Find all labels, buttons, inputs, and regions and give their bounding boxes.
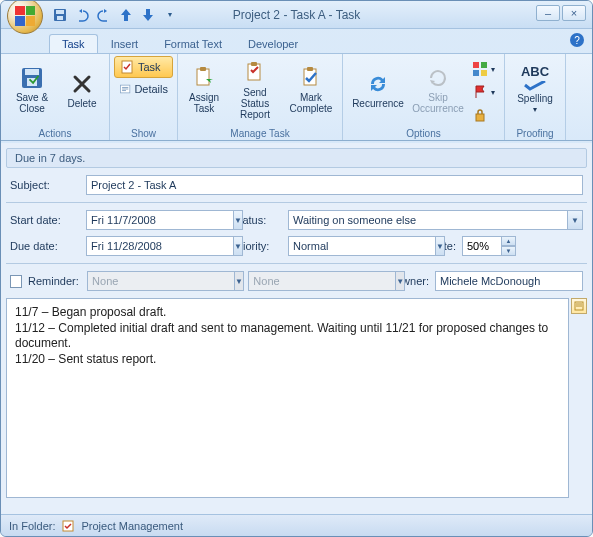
tab-format-text[interactable]: Format Text — [151, 34, 235, 53]
recurrence-button[interactable]: Recurrence — [347, 56, 409, 124]
svg-rect-20 — [481, 70, 487, 76]
save-icon[interactable] — [51, 6, 69, 24]
reminder-label: Reminder: — [28, 275, 81, 287]
svg-rect-17 — [473, 62, 479, 68]
form-body: Due in 7 days. Subject: Start date: ▼ St… — [1, 143, 592, 514]
delete-icon — [70, 72, 94, 96]
notes-textarea[interactable]: 11/7 – Began proposal draft. 11/12 – Com… — [6, 298, 569, 498]
start-date-input[interactable]: ▼ — [86, 210, 206, 230]
categorize-icon — [472, 61, 488, 77]
subject-input[interactable] — [86, 175, 583, 195]
tab-developer[interactable]: Developer — [235, 34, 311, 53]
svg-rect-2 — [57, 16, 63, 20]
qat-customize-icon[interactable]: ▾ — [161, 6, 179, 24]
info-bar: Due in 7 days. — [6, 148, 587, 168]
chevron-down-icon[interactable]: ▼ — [435, 236, 445, 256]
tab-insert[interactable]: Insert — [98, 34, 152, 53]
svg-rect-19 — [473, 70, 479, 76]
delete-button[interactable]: Delete — [59, 56, 105, 124]
close-button[interactable]: × — [562, 5, 586, 21]
due-date-input[interactable]: ▼ — [86, 236, 206, 256]
flag-icon — [472, 84, 488, 100]
show-task-button[interactable]: Task — [114, 56, 173, 78]
quick-access-toolbar: ▾ — [51, 6, 179, 24]
chevron-down-icon[interactable]: ▼ — [567, 210, 583, 230]
reminder-date-input: ▼ — [87, 271, 207, 291]
categorize-button[interactable]: ▾ — [467, 58, 500, 80]
private-button[interactable] — [467, 104, 500, 126]
follow-up-button[interactable]: ▾ — [467, 81, 500, 103]
priority-select[interactable]: ▼ — [288, 236, 378, 256]
lock-icon — [472, 107, 488, 123]
spin-down-icon[interactable]: ▼ — [502, 246, 516, 256]
chevron-down-icon[interactable]: ▼ — [233, 210, 243, 230]
svg-rect-16 — [307, 67, 313, 71]
svg-rect-11 — [197, 69, 209, 85]
spin-up-icon[interactable]: ▲ — [502, 236, 516, 246]
ribbon-tabs: Task Insert Format Text Developer ? — [1, 29, 592, 53]
show-details-button[interactable]: Details — [114, 78, 173, 100]
chevron-down-icon: ▼ — [395, 271, 405, 291]
app-window: ▾ Project 2 - Task A - Task – × Task Ins… — [0, 0, 593, 537]
send-status-report-button[interactable]: Send Status Report — [226, 56, 284, 124]
delete-label: Delete — [68, 98, 97, 109]
status-select[interactable]: ▼ — [288, 210, 583, 230]
minimize-button[interactable]: – — [536, 5, 560, 21]
svg-rect-14 — [251, 62, 257, 66]
notes-options-icon[interactable] — [571, 298, 587, 314]
skip-icon — [426, 66, 450, 90]
subject-label: Subject: — [10, 179, 80, 191]
chevron-down-icon[interactable]: ▼ — [233, 236, 243, 256]
ribbon: Save & Close Delete Actions Task Details… — [1, 53, 592, 141]
spelling-button[interactable]: ABC Spelling▾ — [509, 56, 561, 124]
tab-task[interactable]: Task — [49, 34, 98, 53]
status-bar: In Folder: Project Management — [1, 514, 592, 536]
svg-rect-12 — [200, 67, 206, 71]
undo-icon[interactable] — [73, 6, 91, 24]
svg-rect-15 — [304, 69, 316, 85]
group-manage-label: Manage Task — [178, 128, 342, 139]
status-report-icon — [243, 61, 267, 85]
owner-field — [435, 271, 583, 291]
due-date-label: Due date: — [10, 240, 80, 252]
task-icon — [119, 59, 135, 75]
in-folder-label: In Folder: — [9, 520, 55, 532]
abc-icon: ABC — [521, 65, 549, 79]
group-options-label: Options — [343, 128, 504, 139]
assign-task-button[interactable]: Assign Task — [182, 56, 226, 124]
help-icon[interactable]: ? — [570, 33, 584, 47]
next-item-icon[interactable] — [139, 6, 157, 24]
start-date-label: Start date: — [10, 214, 80, 226]
recurrence-icon — [366, 72, 390, 96]
save-and-close-button[interactable]: Save & Close — [5, 56, 59, 124]
redo-icon[interactable] — [95, 6, 113, 24]
reminder-checkbox[interactable] — [10, 275, 22, 288]
task-folder-icon — [61, 519, 75, 533]
group-proofing-label: Proofing — [505, 128, 565, 139]
svg-rect-4 — [25, 69, 39, 75]
mark-complete-button[interactable]: Mark Complete — [284, 56, 338, 124]
svg-rect-1 — [56, 10, 64, 14]
folder-name[interactable]: Project Management — [81, 520, 183, 532]
reminder-time-input: ▼ — [248, 271, 358, 291]
previous-item-icon[interactable] — [117, 6, 135, 24]
group-actions-label: Actions — [1, 128, 109, 139]
svg-rect-21 — [476, 114, 484, 121]
save-and-close-label: Save & Close — [8, 92, 56, 114]
percent-complete-input[interactable]: ▲▼ — [462, 236, 516, 256]
svg-rect-18 — [481, 62, 487, 68]
assign-icon — [192, 66, 216, 90]
group-show-label: Show — [110, 128, 177, 139]
office-button[interactable] — [7, 0, 43, 34]
complete-icon — [299, 66, 323, 90]
details-icon — [119, 81, 131, 97]
check-icon — [521, 81, 549, 91]
office-logo-icon — [15, 6, 35, 26]
titlebar: ▾ Project 2 - Task A - Task – × — [1, 1, 592, 29]
chevron-down-icon: ▼ — [234, 271, 244, 291]
disk-icon — [20, 66, 44, 90]
skip-occurrence-button: Skip Occurrence — [409, 56, 467, 124]
